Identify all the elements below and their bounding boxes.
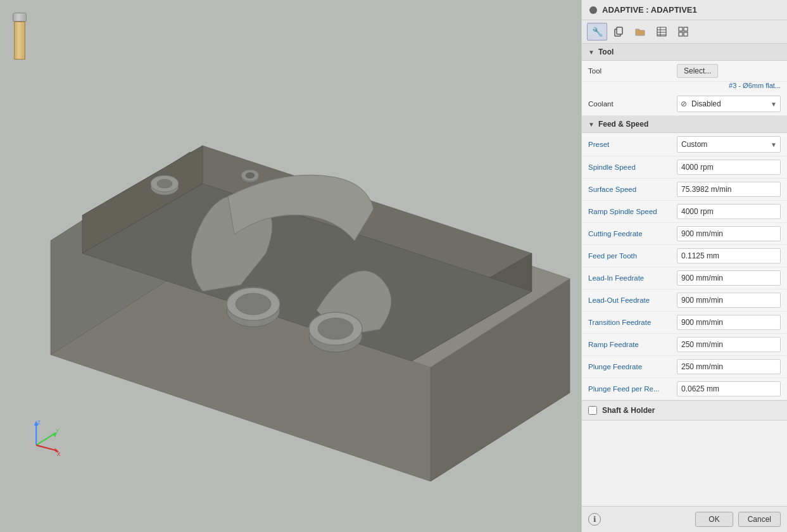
cutting-feedrate-value <box>677 226 781 241</box>
ramp-feedrate-value <box>677 337 781 352</box>
plunge-feedrate-value <box>677 359 781 374</box>
lead-in-feedrate-value <box>677 270 781 286</box>
section-tool-header[interactable]: ▼ Tool <box>582 44 787 61</box>
panel-dot <box>589 6 597 14</box>
cutting-feedrate-label: Cutting Feedrate <box>588 230 677 238</box>
section-feedspeed-header[interactable]: ▼ Feed & Speed <box>582 116 787 133</box>
svg-line-24 <box>36 433 55 445</box>
lead-in-feedrate-row: Lead-In Feedrate <box>582 267 787 289</box>
coolant-row: Coolant ⊘ Disabled Flood Mist Air ▼ <box>582 92 787 116</box>
viewport-3d[interactable]: Z Y X <box>0 0 581 532</box>
spindle-speed-row: Spindle Speed <box>582 156 787 179</box>
feed-per-tooth-input[interactable] <box>677 248 781 263</box>
svg-text:Y: Y <box>56 428 60 434</box>
tool-row: Tool Select... <box>582 61 787 82</box>
svg-point-20 <box>246 173 255 179</box>
panel-title: ADAPTIVE : ADAPTIVE1 <box>602 5 697 15</box>
lead-out-feedrate-row: Lead-Out Feedrate <box>582 289 787 312</box>
toolbar-grid-icon[interactable] <box>673 23 693 41</box>
lead-out-feedrate-input[interactable] <box>677 293 781 308</box>
svg-point-14 <box>236 293 271 315</box>
panel-header: ADAPTIVE : ADAPTIVE1 <box>582 0 787 20</box>
surface-speed-label: Surface Speed <box>588 186 677 193</box>
preset-value: Custom Preset ▼ <box>677 136 781 153</box>
plunge-feedrate-input[interactable] <box>677 359 781 374</box>
tool-name-hint: #3 - Ø6mm flat... <box>582 82 787 92</box>
cutting-feedrate-row: Cutting Feedrate <box>582 223 787 245</box>
coolant-select-wrapper: ⊘ Disabled Flood Mist Air ▼ <box>677 96 781 112</box>
surface-speed-value <box>677 182 781 197</box>
coolant-select[interactable]: Disabled Flood Mist Air <box>677 96 781 112</box>
spindle-speed-input[interactable] <box>677 160 781 175</box>
tool-field-label: Tool <box>588 67 677 75</box>
spindle-speed-value <box>677 160 781 175</box>
plunge-feed-per-label: Plunge Feed per Re... <box>588 385 677 393</box>
cancel-button[interactable]: Cancel <box>738 512 781 527</box>
transition-feedrate-input[interactable] <box>677 315 781 330</box>
tool-select-button[interactable]: Select... <box>677 64 718 78</box>
svg-text:Z: Z <box>37 419 41 426</box>
section-feedspeed-content: Preset Custom Preset ▼ Spindle Speed <box>582 133 787 400</box>
svg-point-17 <box>318 318 353 339</box>
svg-line-27 <box>36 445 57 451</box>
feed-per-tooth-label: Feed per Tooth <box>588 252 677 260</box>
panel-body: ▼ Tool Tool Select... #3 - Ø6mm flat... … <box>582 44 787 506</box>
ramp-feedrate-input[interactable] <box>677 337 781 352</box>
section-feedspeed-label: Feed & Speed <box>598 120 648 129</box>
plunge-feed-per-row: Plunge Feed per Re... <box>582 378 787 400</box>
plunge-feed-per-value <box>677 381 781 396</box>
plunge-feedrate-label: Plunge Feedrate <box>588 363 677 370</box>
svg-text:X: X <box>57 451 61 456</box>
info-button[interactable]: ℹ <box>588 513 601 526</box>
section-tool-label: Tool <box>598 48 614 56</box>
lead-in-feedrate-label: Lead-In Feedrate <box>588 274 677 282</box>
plunge-feedrate-row: Plunge Feedrate <box>582 356 787 378</box>
coolant-value: ⊘ Disabled Flood Mist Air ▼ <box>677 96 781 112</box>
ramp-spindle-speed-row: Ramp Spindle Speed <box>582 201 787 223</box>
lead-out-feedrate-value <box>677 293 781 308</box>
axis-indicator: Z Y X <box>25 418 63 456</box>
tool-cap <box>13 13 27 22</box>
svg-rect-37 <box>679 27 683 31</box>
toolbar-copy-icon[interactable] <box>608 23 629 41</box>
panel-footer: ℹ OK Cancel <box>582 506 787 532</box>
preset-row: Preset Custom Preset ▼ <box>582 133 787 156</box>
surface-speed-row: Surface Speed <box>582 179 787 201</box>
svg-rect-38 <box>684 27 688 31</box>
transition-feedrate-value <box>677 315 781 330</box>
toolbar-table-icon[interactable] <box>652 23 672 41</box>
feed-per-tooth-value <box>677 248 781 263</box>
tool-field-value: Select... <box>677 64 781 78</box>
surface-speed-input[interactable] <box>677 182 781 197</box>
panel-toolbar: 🔧 <box>582 20 787 44</box>
preset-select[interactable]: Custom Preset <box>677 136 781 153</box>
plunge-feed-per-input[interactable] <box>677 381 781 396</box>
toolbar-tool-icon[interactable]: 🔧 <box>587 23 607 41</box>
ramp-feedrate-label: Ramp Feedrate <box>588 341 677 348</box>
spindle-speed-label: Spindle Speed <box>588 163 677 171</box>
section-tool-arrow: ▼ <box>588 49 595 56</box>
shaft-holder-label: Shaft & Holder <box>602 406 655 415</box>
transition-feedrate-row: Transition Feedrate <box>582 312 787 334</box>
svg-rect-39 <box>679 32 683 36</box>
lead-in-feedrate-input[interactable] <box>677 270 781 286</box>
preset-label: Preset <box>588 141 677 148</box>
feed-per-tooth-row: Feed per Tooth <box>582 245 787 267</box>
svg-rect-31 <box>617 27 622 34</box>
toolbar-folder-icon[interactable] <box>630 23 650 41</box>
ramp-spindle-speed-input[interactable] <box>677 204 781 219</box>
svg-rect-40 <box>684 32 688 36</box>
panel: ADAPTIVE : ADAPTIVE1 🔧 ▼ Tool Tool <box>581 0 787 532</box>
ramp-spindle-speed-value <box>677 204 781 219</box>
cutting-feedrate-input[interactable] <box>677 226 781 241</box>
preset-select-wrapper: Custom Preset ▼ <box>677 136 781 153</box>
ramp-spindle-speed-label: Ramp Spindle Speed <box>588 208 677 215</box>
ok-button[interactable]: OK <box>695 512 733 527</box>
ramp-feedrate-row: Ramp Feedrate <box>582 334 787 356</box>
tool-body <box>14 22 25 60</box>
svg-point-11 <box>157 179 172 188</box>
shaft-holder-row: Shaft & Holder <box>582 400 787 421</box>
shaft-holder-checkbox[interactable] <box>588 406 597 415</box>
section-feedspeed-arrow: ▼ <box>588 121 595 128</box>
tool-indicator <box>13 13 27 60</box>
